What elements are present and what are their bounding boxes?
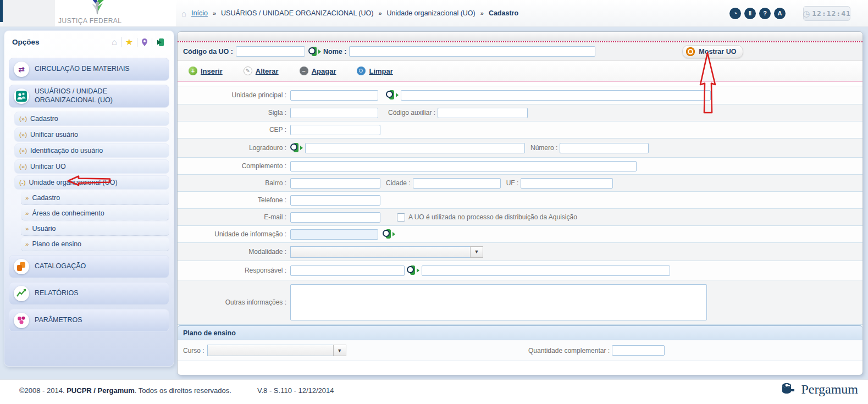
row-cep: CEP :: [178, 121, 863, 138]
location-pin-icon[interactable]: [137, 38, 152, 47]
outras-informacoes-label: Outras informações :: [178, 298, 290, 306]
uo-form: Unidade principal : Sigla : Código auxil…: [178, 82, 863, 325]
cidade-input[interactable]: [413, 178, 501, 189]
plus-icon: +: [189, 67, 197, 75]
breadcrumb-item-usuarios[interactable]: USUÁRIOS / UNIDADE ORGANIZACIONAL (UO): [221, 9, 373, 17]
sidebar-item-catalogacao[interactable]: CATALOGAÇÃO: [9, 255, 169, 278]
responsavel-input[interactable]: [290, 265, 405, 276]
codigo-uo-input[interactable]: [236, 46, 305, 57]
home-icon[interactable]: ⌂: [108, 37, 121, 47]
sidebar-item-circulacao-de-materiais[interactable]: ⇄ CIRCULAÇÃO DE MATERIAIS: [9, 58, 169, 81]
plano-de-ensino-title: Plano de ensino: [178, 325, 863, 340]
favorites-star-icon[interactable]: ★: [121, 37, 137, 47]
nome-input[interactable]: [349, 46, 595, 57]
responsavel-desc-input[interactable]: [422, 265, 670, 276]
sidebar-item-cadastro-usuario[interactable]: (») Cadastro: [14, 112, 169, 126]
uf-input[interactable]: [521, 178, 613, 189]
chevron-down-icon: ▼: [470, 246, 483, 258]
uo-distribuicao-checkbox-label: A UO é utilizada no processo de distribu…: [408, 213, 577, 221]
home-icon: ⌂: [181, 9, 186, 18]
puzzle-icon: [14, 313, 29, 328]
row-complemento: Complemento :: [178, 157, 863, 174]
limpar-button[interactable]: Limpar: [357, 67, 392, 75]
cep-label: CEP :: [178, 126, 290, 134]
sidebar-item-usuario[interactable]: » Usuário: [21, 222, 169, 236]
inserir-button[interactable]: + Inserir: [189, 67, 223, 75]
top-header: JUSTIÇA FEDERAL ⌂ Início » USUÁRIOS / UN…: [0, 0, 868, 27]
sidebar-title: Opções: [12, 38, 40, 46]
sidebar-tools: ⌂ ★: [108, 37, 168, 47]
apagar-button[interactable]: – Apagar: [300, 67, 336, 75]
logradouro-label: Logradouro :: [178, 144, 290, 152]
bairro-label: Bairro :: [178, 179, 290, 187]
uo-distribuicao-checkbox[interactable]: [397, 213, 405, 222]
curso-label: Curso :: [183, 347, 204, 355]
justica-federal-logo: JUSTIÇA FEDERAL: [55, 0, 176, 26]
numero-input[interactable]: [560, 143, 649, 153]
search-responsavel-icon[interactable]: [407, 265, 418, 275]
row-email: E-mail : A UO é utilizada no processo de…: [178, 208, 863, 225]
sidebar-item-plano-de-ensino[interactable]: » Plano de ensino: [21, 237, 169, 251]
outras-informacoes-textarea[interactable]: [290, 284, 707, 320]
uf-label: UF :: [506, 179, 519, 187]
mostrar-uo-button[interactable]: Mostrar UO: [682, 45, 743, 58]
modalidade-select[interactable]: ▼: [290, 246, 483, 258]
clock-icon: ◷: [803, 9, 810, 18]
email-input[interactable]: [290, 212, 380, 223]
sidebar-item-identificacao-usuario[interactable]: (») Identificação do usuário: [14, 143, 169, 158]
telefone-input[interactable]: [290, 195, 380, 206]
sidebar-item-unificar-usuario[interactable]: (») Unificar usuário: [14, 128, 169, 142]
sidebar-item-unificar-uo[interactable]: (») Unificar UO: [14, 159, 169, 174]
sidebar-item-relatorios[interactable]: RELATÓRIOS: [9, 282, 169, 305]
breadcrumb-item-cadastro: Cadastro: [489, 9, 518, 17]
quantidade-group: Quantidade complementar :: [523, 340, 665, 361]
search-unidade-informacao-icon[interactable]: [383, 229, 394, 239]
clock-digits: 12:12:41: [812, 9, 851, 18]
unidade-principal-desc-input[interactable]: [401, 90, 711, 101]
sidebar-item-areas-de-conhecimento[interactable]: » Áreas de conhecimento: [21, 207, 169, 220]
sidebar-item-usuarios-uo[interactable]: USUÁRIOS / UNIDADE ORGANIZACIONAL (UO): [9, 85, 169, 108]
font-size-icon[interactable]: A: [774, 8, 786, 19]
responsavel-label: Responsável :: [178, 267, 290, 274]
breadcrumb-item-unidade[interactable]: Unidade organizacional (UO): [387, 9, 476, 17]
sidebar-item-parametros[interactable]: PARÂMETROS: [9, 309, 169, 332]
sidebar-item-unidade-organizacional[interactable]: (-) Unidade organizacional (UO): [14, 175, 169, 190]
boxes-icon: [14, 259, 29, 274]
sigla-label: Sigla :: [178, 109, 290, 117]
breadcrumb-home-link[interactable]: Início: [191, 9, 208, 17]
logradouro-input[interactable]: [305, 143, 525, 153]
codigo-auxiliar-input[interactable]: [438, 108, 528, 118]
sigla-input[interactable]: [290, 108, 378, 118]
cep-input[interactable]: [290, 125, 380, 135]
unidade-principal-input[interactable]: [290, 90, 378, 101]
chevron-down-icon: ▼: [333, 345, 346, 356]
breadcrumb-separator: »: [480, 10, 484, 16]
footer: ©2008 - 2014. PUCPR / Pergamum. Todos os…: [0, 379, 868, 404]
breadcrumb-separator: »: [213, 10, 216, 16]
sidebar-item-uo-cadastro[interactable]: » Cadastro: [21, 191, 169, 205]
pencil-icon: ✎: [244, 67, 252, 75]
bairro-input[interactable]: [290, 178, 380, 189]
row-bairro: Bairro : Cidade : UF :: [178, 174, 863, 191]
pergamum-logo-text: Pergamum: [801, 382, 858, 397]
justica-federal-emblem-icon: [80, 0, 115, 16]
contrast-icon[interactable]: ‖: [744, 8, 756, 19]
users-icon: [14, 88, 29, 104]
help-icon[interactable]: ?: [759, 8, 771, 19]
search-logradouro-icon[interactable]: [290, 143, 302, 153]
quantidade-complementar-input[interactable]: [612, 345, 665, 356]
logout-icon[interactable]: [152, 38, 168, 47]
complemento-input[interactable]: [290, 161, 637, 171]
numero-label: Número :: [530, 144, 557, 152]
curso-select[interactable]: ▼: [207, 345, 346, 356]
modalidade-label: Modalidade :: [178, 248, 290, 256]
accessibility-icon[interactable]: ◔: [729, 8, 741, 19]
logo-text: JUSTIÇA FEDERAL: [58, 17, 122, 25]
search-uo-icon[interactable]: [308, 47, 320, 57]
plano-de-ensino-section: Plano de ensino Curso : ▼ Quantidade com…: [178, 325, 863, 361]
row-responsavel: Responsável :: [178, 261, 863, 280]
alterar-button[interactable]: ✎ Alterar: [244, 67, 279, 75]
sidebar-header: Opções ⌂ ★: [4, 31, 174, 52]
search-unidade-principal-icon[interactable]: [386, 90, 397, 100]
unidade-informacao-input[interactable]: [290, 229, 378, 240]
